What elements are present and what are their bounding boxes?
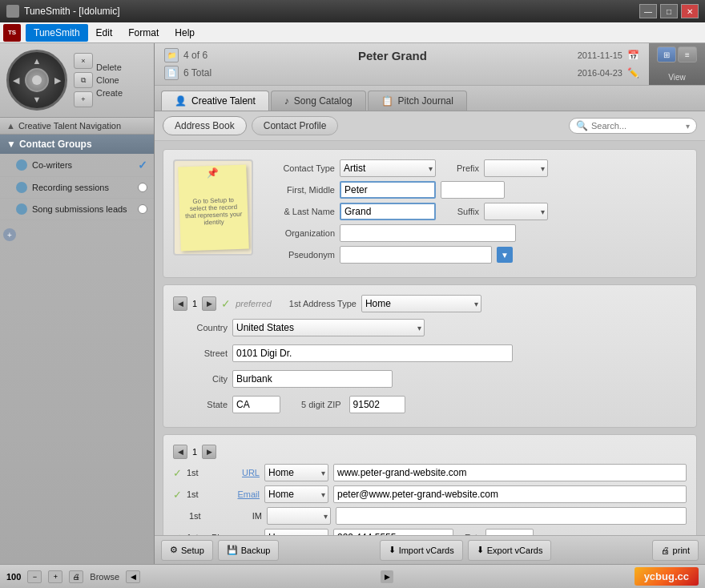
record-folder-icon: 📁 (164, 48, 179, 62)
search-dropdown-icon[interactable]: ▾ (686, 122, 690, 131)
sub-tab-address-book[interactable]: Address Book (163, 116, 247, 135)
recording-radio[interactable] (138, 183, 147, 192)
menu-bar: TS TuneSmith Edit Format Help (0, 22, 705, 43)
view-label: View (668, 73, 686, 82)
contact-group-co-writers[interactable]: Co-writers ✓ (0, 154, 154, 177)
create-label: Create (96, 88, 123, 98)
main-section: ▲ ▼ ◀ ▶ × ⧉ + Delete Clone (0, 43, 705, 564)
phone1-type-select[interactable]: Home Work Mobile (264, 529, 328, 535)
zip-input[interactable] (349, 396, 405, 413)
address-next-btn[interactable]: ▶ (202, 296, 216, 311)
email-seq-label: 1st (187, 489, 207, 499)
phone1-ext-input[interactable] (485, 529, 534, 535)
middle-name-input[interactable] (441, 181, 505, 199)
im-type-select-wrapper (267, 507, 331, 525)
email-type-label[interactable]: Email (212, 489, 260, 499)
clone-nav-btn[interactable]: ⧉ (74, 72, 93, 88)
search-input[interactable] (591, 121, 683, 131)
methods-next-btn[interactable]: ▶ (202, 445, 216, 459)
phone1-input[interactable] (333, 529, 453, 535)
sub-tab-contact-profile[interactable]: Contact Profile (252, 116, 339, 135)
prefix-select[interactable] (484, 159, 548, 177)
sidebar-expand-btn[interactable]: + (3, 228, 16, 241)
backup-button[interactable]: 💾 Backup (218, 540, 280, 561)
im-type-select[interactable] (267, 507, 331, 525)
email-type-select[interactable]: Home Work (264, 485, 328, 503)
maximize-button[interactable]: □ (660, 4, 678, 18)
last-name-label: & Last Name (263, 207, 335, 216)
app-window: TuneSmith - [Idolumic] — □ ✕ TS TuneSmit… (0, 0, 705, 588)
creative-talent-tab-icon: 👤 (175, 95, 187, 107)
status-expand-btn[interactable]: ▶ (381, 570, 393, 583)
submissions-radio[interactable] (138, 204, 147, 214)
list-view-btn[interactable]: ≡ (678, 46, 697, 62)
create-nav-btn[interactable]: + (74, 91, 93, 107)
grid-view-btn[interactable]: ⊞ (657, 46, 676, 62)
city-input[interactable] (232, 370, 393, 388)
address-panel: ◀ 1 ▶ ✓ preferred 1st Address Type Home … (163, 284, 697, 428)
song-catalog-tab-icon: ♪ (284, 95, 289, 107)
phone1-type-select-wrapper: Home Work Mobile (264, 529, 328, 535)
minimize-button[interactable]: — (639, 4, 657, 18)
contact-group-submissions[interactable]: Song submissions leads (0, 199, 154, 220)
im-type-label: IM (214, 511, 262, 521)
url-row: ✓ 1st URL Home Work (173, 464, 687, 481)
address-type-select[interactable]: Home Work Other (361, 295, 481, 312)
menu-help[interactable]: Help (167, 24, 203, 42)
nav-side-buttons: × ⧉ + (74, 53, 93, 107)
print-icon: 🖨 (661, 546, 670, 555)
tab-creative-talent[interactable]: 👤 Creative Talent (161, 91, 269, 111)
status-back-btn[interactable]: ◀ (126, 570, 140, 583)
menu-format[interactable]: Format (120, 24, 167, 42)
calendar-icon2: ✏️ (627, 67, 639, 79)
first-name-input[interactable] (340, 181, 436, 199)
tab-song-catalog[interactable]: ♪ Song Catalog (271, 91, 366, 111)
im-input[interactable] (336, 507, 687, 525)
address-nav-pos: 1 (192, 299, 197, 308)
methods-prev-btn[interactable]: ◀ (173, 445, 187, 459)
im-seq-label: 1st (189, 511, 209, 521)
organization-input[interactable] (340, 224, 516, 242)
url-type-select[interactable]: Home Work (264, 464, 328, 481)
import-vcards-button[interactable]: ⬇ Import vCards (380, 540, 463, 561)
email-input[interactable] (333, 485, 687, 503)
url-type-label[interactable]: URL (212, 468, 260, 477)
contact-type-select[interactable]: Artist Publisher Label (340, 159, 436, 177)
recording-icon (16, 182, 27, 193)
zoom-minus-btn[interactable]: − (27, 570, 42, 583)
pseudonym-btn[interactable]: ▼ (497, 247, 513, 263)
nav-wheel-inner[interactable] (25, 68, 49, 92)
contact-photo: Go to Setup to select the record that re… (173, 159, 253, 256)
search-icon: 🔍 (576, 120, 588, 131)
suffix-select[interactable] (484, 203, 548, 220)
check-preferred-icon: ✓ (221, 297, 231, 310)
print-button[interactable]: 🖨 print (652, 540, 699, 561)
contact-type-row: Contact Type Artist Publisher Label Pref… (263, 159, 687, 177)
pitch-journal-tab-icon: 📋 (381, 95, 393, 107)
state-input[interactable] (232, 396, 280, 413)
url-input[interactable] (333, 464, 687, 481)
street-input[interactable] (232, 344, 513, 362)
contact-type-label: Contact Type (263, 163, 335, 173)
menu-tunesmith[interactable]: TuneSmith (26, 24, 88, 42)
import-label: Import vCards (399, 546, 454, 555)
pseudonym-input[interactable] (340, 246, 492, 264)
contact-group-recording[interactable]: Recording sessions (0, 177, 154, 199)
address-type-label: 1st Address Type (289, 299, 357, 308)
zoom-plus-btn[interactable]: + (48, 570, 62, 583)
last-name-input[interactable] (340, 203, 436, 220)
address-prev-btn[interactable]: ◀ (173, 296, 187, 311)
nav-wheel[interactable]: ▲ ▼ ◀ ▶ (6, 50, 67, 111)
menu-edit[interactable]: Edit (88, 24, 121, 42)
tab-pitch-journal[interactable]: 📋 Pitch Journal (368, 91, 467, 111)
setup-button[interactable]: ⚙ Setup (161, 540, 213, 561)
sidebar: ▲ ▼ ◀ ▶ × ⧉ + Delete Clone (0, 43, 155, 564)
print-status-btn[interactable]: 🖨 (69, 570, 83, 583)
im-row: 1st IM (173, 507, 687, 525)
record-date2: 2016-04-23 (578, 68, 622, 78)
country-select-wrapper: United States Canada United Kingdom (232, 319, 425, 336)
close-button[interactable]: ✕ (681, 4, 699, 18)
export-vcards-button[interactable]: ⬇ Export vCards (468, 540, 552, 561)
delete-nav-btn[interactable]: × (74, 53, 93, 69)
country-select[interactable]: United States Canada United Kingdom (232, 319, 425, 336)
